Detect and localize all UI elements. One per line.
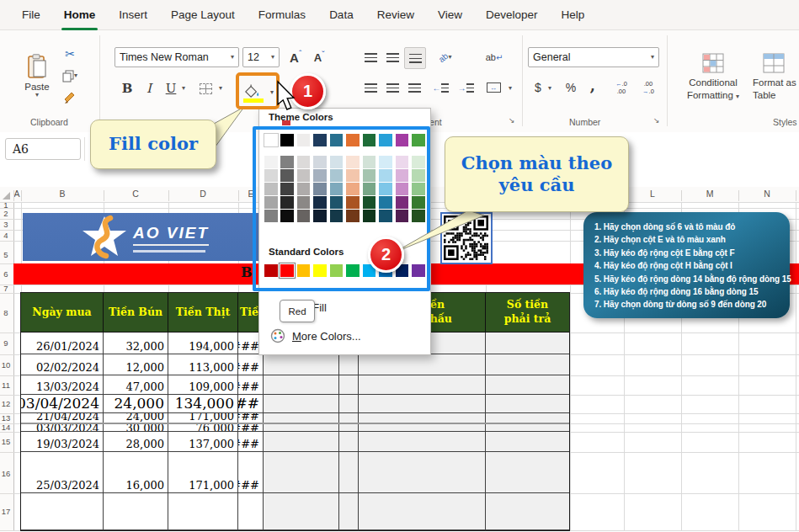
cell-r16-bun[interactable]: 16,000 bbox=[104, 452, 168, 493]
tab-view[interactable]: View bbox=[426, 0, 474, 30]
theme-tint-swatch-4-1[interactable] bbox=[330, 169, 344, 182]
percent-style-button[interactable]: % bbox=[561, 77, 581, 98]
theme-tint-swatch-6-1[interactable] bbox=[363, 169, 376, 182]
theme-tint-swatch-9-2[interactable] bbox=[412, 183, 425, 195]
theme-tint-swatch-6-3[interactable] bbox=[363, 196, 376, 209]
theme-tint-swatch-4-0[interactable] bbox=[330, 156, 344, 168]
cell-r12-f[interactable] bbox=[264, 395, 339, 413]
select-all-corner[interactable] bbox=[3, 192, 10, 200]
theme-tint-swatch-2-2[interactable] bbox=[297, 183, 311, 195]
theme-tint-swatch-8-2[interactable] bbox=[396, 183, 409, 195]
theme-tint-swatch-8-0[interactable] bbox=[396, 156, 409, 168]
standard-color-swatch-0[interactable] bbox=[264, 264, 278, 277]
row-header-16[interactable]: 16 bbox=[0, 469, 12, 478]
theme-tint-swatch-1-1[interactable] bbox=[280, 169, 294, 182]
cell-r9-bun[interactable]: 32,000 bbox=[104, 332, 168, 354]
cell-r10-h[interactable] bbox=[359, 354, 486, 375]
fill-color-button-highlight[interactable]: ▾ bbox=[236, 72, 280, 109]
bold-button[interactable]: B bbox=[118, 77, 136, 99]
column-header-C[interactable]: C bbox=[132, 189, 139, 199]
column-header-D[interactable]: D bbox=[200, 189, 206, 199]
theme-tint-swatch-6-4[interactable] bbox=[363, 210, 376, 222]
theme-tint-swatch-7-0[interactable] bbox=[379, 156, 392, 168]
table-header-thit[interactable]: Tiền Thịt bbox=[168, 293, 238, 332]
cell-r12-i[interactable] bbox=[486, 395, 570, 413]
cell-r17-g[interactable] bbox=[339, 493, 359, 530]
standard-color-swatch-2[interactable] bbox=[297, 264, 311, 277]
table-header-date[interactable]: Ngày mua bbox=[21, 293, 104, 332]
theme-tint-swatch-7-1[interactable] bbox=[379, 169, 392, 182]
theme-tint-swatch-9-3[interactable] bbox=[412, 196, 425, 209]
accounting-format-button[interactable]: $ bbox=[529, 77, 547, 98]
column-header-E[interactable]: E bbox=[248, 189, 253, 199]
increase-indent-button[interactable]: → bbox=[455, 77, 477, 98]
theme-tint-swatch-8-1[interactable] bbox=[396, 169, 409, 182]
theme-tint-swatch-1-4[interactable] bbox=[280, 210, 294, 222]
theme-tint-swatch-9-1[interactable] bbox=[412, 169, 425, 182]
theme-tint-swatch-3-3[interactable] bbox=[313, 196, 327, 209]
cell-r10-g[interactable] bbox=[339, 354, 359, 375]
row-header-6[interactable]: 6 bbox=[0, 269, 12, 279]
theme-tint-swatch-5-4[interactable] bbox=[346, 210, 360, 222]
cell-r12-g[interactable] bbox=[339, 395, 359, 413]
cell-r16-i[interactable] bbox=[486, 452, 570, 493]
font-size-combo[interactable]: 12▾ bbox=[242, 47, 280, 67]
theme-tint-swatch-4-4[interactable] bbox=[330, 210, 344, 222]
theme-tint-swatch-5-3[interactable] bbox=[346, 196, 360, 209]
cell-r12-ov[interactable]: ## bbox=[238, 395, 264, 413]
cell-r14-f[interactable] bbox=[264, 423, 339, 432]
row-header-5[interactable]: 5 bbox=[0, 250, 12, 259]
align-top-button[interactable] bbox=[360, 47, 381, 67]
theme-color-swatch-6[interactable] bbox=[363, 134, 376, 146]
cell-r12-h[interactable] bbox=[359, 395, 486, 413]
standard-color-swatch-5[interactable] bbox=[346, 264, 360, 277]
cell-r15-date[interactable]: 19/03/2024 bbox=[21, 432, 104, 452]
cell-r11-ov[interactable]: ### bbox=[238, 375, 264, 395]
cell-r11-i[interactable] bbox=[486, 375, 570, 395]
cell-r11-bun[interactable]: 47,000 bbox=[104, 375, 168, 395]
standard-color-swatch-4[interactable] bbox=[330, 264, 344, 277]
theme-tint-swatch-9-0[interactable] bbox=[412, 156, 425, 168]
theme-color-swatch-9[interactable] bbox=[412, 134, 425, 146]
theme-color-swatch-0[interactable] bbox=[264, 134, 278, 146]
cell-r10-i[interactable] bbox=[486, 354, 570, 375]
align-left-button[interactable] bbox=[360, 77, 381, 98]
cell-r17-bun[interactable] bbox=[104, 493, 168, 530]
decrease-decimal-button[interactable]: .00→.0 bbox=[637, 77, 660, 98]
shrink-font-button[interactable]: Aˇ bbox=[308, 47, 330, 67]
theme-color-swatch-5[interactable] bbox=[346, 134, 360, 146]
row-header-8[interactable]: 8 bbox=[0, 308, 12, 317]
cell-r17-h[interactable] bbox=[359, 493, 486, 530]
tab-data[interactable]: Data bbox=[317, 0, 365, 30]
cell-r15-thit[interactable]: 137,000 bbox=[168, 432, 238, 452]
theme-tint-swatch-1-2[interactable] bbox=[280, 183, 294, 195]
row-header-9[interactable]: 9 bbox=[0, 338, 12, 348]
cell-r10-bun[interactable]: 12,000 bbox=[104, 354, 168, 375]
cell-r12-date[interactable]: 03/04/2024 bbox=[21, 395, 104, 413]
tab-review[interactable]: Review bbox=[365, 0, 426, 30]
standard-color-swatch-3[interactable] bbox=[313, 264, 327, 277]
cell-r11-f[interactable] bbox=[264, 375, 339, 395]
row-header-11[interactable]: 11 bbox=[0, 380, 12, 390]
theme-color-swatch-8[interactable] bbox=[396, 134, 409, 146]
cell-r15-h[interactable] bbox=[359, 432, 486, 452]
column-header-B[interactable]: B bbox=[59, 189, 65, 199]
theme-tint-swatch-3-2[interactable] bbox=[313, 183, 327, 195]
cell-r16-h[interactable] bbox=[359, 452, 486, 493]
cell-r17-date[interactable] bbox=[21, 493, 104, 530]
theme-tint-swatch-4-3[interactable] bbox=[330, 196, 344, 209]
underline-button[interactable]: U bbox=[162, 77, 180, 99]
theme-tint-swatch-5-0[interactable] bbox=[346, 156, 360, 168]
row-resize-line[interactable] bbox=[21, 423, 570, 424]
theme-tint-swatch-0-0[interactable] bbox=[264, 156, 278, 168]
cell-r9-date[interactable]: 26/01/2024 bbox=[21, 332, 104, 354]
cell-r14-thit[interactable]: 76,000 bbox=[168, 423, 238, 432]
tab-help[interactable]: Help bbox=[550, 0, 597, 30]
row-header-2[interactable]: 2 bbox=[0, 209, 12, 218]
theme-color-swatch-4[interactable] bbox=[330, 134, 344, 146]
orientation-button[interactable]: ab▾ bbox=[433, 47, 458, 67]
copy-button[interactable]: ▾ bbox=[61, 67, 79, 84]
column-header-N[interactable]: N bbox=[764, 189, 770, 199]
theme-color-swatch-7[interactable] bbox=[379, 134, 392, 146]
name-box[interactable]: A6 bbox=[5, 138, 81, 160]
